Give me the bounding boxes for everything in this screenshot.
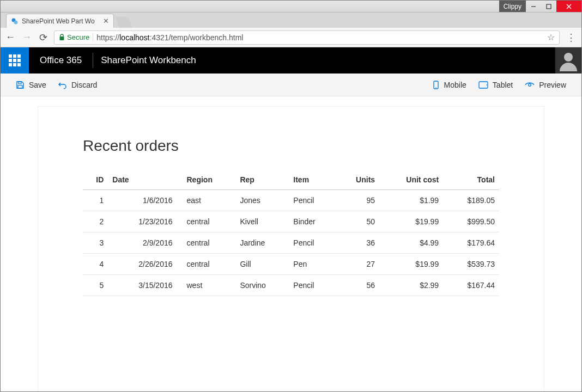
- cell-total: $179.64: [443, 232, 499, 254]
- mobile-icon: [432, 81, 440, 89]
- cell-region: central: [183, 232, 236, 254]
- close-button[interactable]: [556, 1, 581, 12]
- tablet-button[interactable]: Tablet: [478, 81, 513, 89]
- col-unitcost: Unit cost: [379, 170, 443, 190]
- cell-units: 27: [336, 254, 379, 275]
- mobile-label: Mobile: [444, 81, 466, 89]
- waffle-icon: [9, 54, 21, 66]
- svg-point-7: [564, 53, 573, 62]
- cell-unitcost: $1.99: [379, 190, 443, 211]
- secure-indicator: Secure: [59, 33, 89, 41]
- browser-tab-title: SharePoint Web Part Wo: [22, 17, 100, 25]
- tablet-label: Tablet: [493, 81, 513, 89]
- url-text: https://localhost:4321/temp/workbench.ht…: [96, 33, 243, 42]
- mobile-button[interactable]: Mobile: [432, 81, 466, 89]
- save-button[interactable]: Save: [16, 81, 46, 89]
- cell-item: Pencil: [289, 190, 336, 211]
- clippy-label: Clippy: [499, 1, 526, 12]
- cell-total: $539.73: [443, 254, 499, 275]
- bookmark-star-icon[interactable]: ☆: [547, 32, 555, 42]
- new-tab-button[interactable]: [115, 17, 132, 28]
- save-icon: [16, 81, 25, 89]
- app-title: SharePoint Workbench: [93, 55, 204, 66]
- cell-item: Pencil: [289, 275, 336, 296]
- cell-units: 50: [336, 211, 379, 232]
- preview-label: Preview: [539, 81, 566, 89]
- col-item: Item: [289, 170, 336, 190]
- webpart-title: Recent orders: [83, 137, 499, 155]
- browser-tab-strip: SharePoint Web Part Wo ✕: [1, 13, 581, 28]
- cell-rep: Kivell: [235, 211, 289, 232]
- svg-rect-1: [547, 4, 551, 9]
- cell-id: 4: [83, 254, 108, 275]
- table-row: 21/23/2016centralKivellBinder50$19.99$99…: [83, 211, 499, 232]
- suite-header: Office 365 SharePoint Workbench: [1, 47, 581, 74]
- svg-point-11: [435, 87, 436, 88]
- col-total: Total: [443, 170, 499, 190]
- tablet-icon: [478, 81, 488, 89]
- svg-point-5: [14, 20, 18, 24]
- browser-toolbar: ← → ⟳ Secure https://localhost:4321/temp…: [1, 28, 581, 47]
- cell-rep: Jones: [235, 190, 289, 211]
- cell-region: central: [183, 254, 236, 275]
- cell-region: west: [183, 275, 236, 296]
- back-button[interactable]: ←: [5, 32, 16, 43]
- cell-date: 1/6/2016: [108, 190, 182, 211]
- preview-eye-icon: [525, 81, 535, 89]
- forward-button[interactable]: →: [21, 32, 32, 43]
- browser-tab[interactable]: SharePoint Web Part Wo ✕: [6, 14, 114, 28]
- url-host: localhost: [119, 33, 149, 42]
- url-prefix: https://: [96, 33, 119, 42]
- cell-item: Pencil: [289, 232, 336, 254]
- table-row: 32/9/2016centralJardinePencil36$4.99$179…: [83, 232, 499, 254]
- cell-units: 95: [336, 190, 379, 211]
- url-rest: :4321/temp/workbench.html: [150, 33, 244, 42]
- svg-rect-9: [18, 85, 22, 88]
- table-row: 42/26/2016centralGillPen27$19.99$539.73: [83, 254, 499, 275]
- col-date: Date: [108, 170, 182, 190]
- cell-id: 2: [83, 211, 108, 232]
- cell-id: 3: [83, 232, 108, 254]
- avatar[interactable]: [555, 47, 581, 74]
- cell-units: 36: [336, 232, 379, 254]
- minimize-button[interactable]: [526, 1, 541, 12]
- cell-unitcost: $19.99: [379, 254, 443, 275]
- cell-rep: Jardine: [235, 232, 289, 254]
- sharepoint-favicon: [11, 17, 19, 25]
- cell-date: 2/26/2016: [108, 254, 182, 275]
- workbench-canvas: Recent orders ID Date Region Rep Item Un…: [1, 96, 581, 391]
- cell-rep: Gill: [235, 254, 289, 275]
- svg-point-13: [486, 84, 487, 85]
- maximize-button[interactable]: [541, 1, 556, 12]
- preview-button[interactable]: Preview: [525, 81, 566, 89]
- cell-date: 3/15/2016: [108, 275, 182, 296]
- cell-item: Binder: [289, 211, 336, 232]
- address-bar[interactable]: Secure https://localhost:4321/temp/workb…: [54, 30, 560, 45]
- tab-close-icon[interactable]: ✕: [103, 17, 109, 25]
- window: Clippy SharePoint Web Part Wo ✕ ← → ⟳: [0, 0, 582, 392]
- col-rep: Rep: [235, 170, 289, 190]
- person-icon: [557, 50, 579, 71]
- discard-button[interactable]: Discard: [58, 81, 97, 89]
- table-row: 11/6/2016eastJonesPencil95$1.99$189.05: [83, 190, 499, 211]
- table-header-row: ID Date Region Rep Item Units Unit cost …: [83, 170, 499, 190]
- save-label: Save: [29, 81, 46, 89]
- cell-rep: Sorvino: [235, 275, 289, 296]
- cell-region: east: [183, 190, 236, 211]
- svg-point-14: [529, 83, 531, 86]
- workbench-action-bar: Save Discard Mobile Tablet Preview: [1, 74, 581, 96]
- app-launcher-button[interactable]: [1, 47, 29, 74]
- cell-total: $189.05: [443, 190, 499, 211]
- cell-id: 5: [83, 275, 108, 296]
- col-id: ID: [83, 170, 108, 190]
- cell-total: $999.50: [443, 211, 499, 232]
- reload-button[interactable]: ⟳: [38, 32, 48, 44]
- separator: [93, 33, 93, 42]
- brand-label: Office 365: [29, 55, 93, 66]
- webpart: Recent orders ID Date Region Rep Item Un…: [38, 106, 544, 391]
- cell-total: $167.44: [443, 275, 499, 296]
- table-row: 53/15/2016westSorvinoPencil56$2.99$167.4…: [83, 275, 499, 296]
- browser-menu-button[interactable]: ⋮: [565, 32, 577, 44]
- discard-label: Discard: [71, 81, 97, 89]
- cell-unitcost: $2.99: [379, 275, 443, 296]
